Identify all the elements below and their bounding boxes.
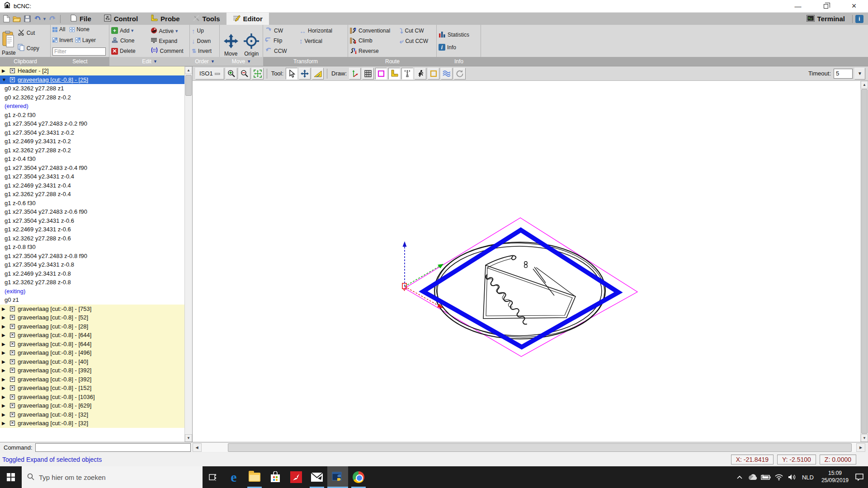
route-reverse-button[interactable]: Reverse xyxy=(350,48,398,54)
tree-row-block[interactable]: ▶ ✕ graveerlaag [cut:-0.8] - [644] xyxy=(0,331,184,340)
comment-button[interactable]: Comment xyxy=(151,47,188,55)
select-all-button[interactable]: All xyxy=(52,26,65,33)
rapid-moves-toggle-button[interactable] xyxy=(415,68,426,80)
expander-collapsed-icon[interactable]: ▶ xyxy=(2,403,9,408)
route-conventional-button[interactable]: Conventional xyxy=(350,28,398,34)
expander-collapsed-icon[interactable]: ▶ xyxy=(2,324,9,329)
restore-button[interactable] xyxy=(812,0,840,12)
enable-checkbox[interactable]: ✕ xyxy=(10,306,15,311)
select-none-button[interactable]: None xyxy=(70,26,90,33)
mirror-horizontal-button[interactable]: ↔Horizontal xyxy=(299,28,332,34)
start-button[interactable] xyxy=(0,466,22,488)
enable-checkbox[interactable]: ✕ xyxy=(10,77,15,82)
enable-checkbox[interactable]: ✕ xyxy=(10,377,15,382)
taskbar-explorer-button[interactable] xyxy=(244,466,265,488)
taskbar-edge-button[interactable]: e xyxy=(223,466,244,488)
enable-checkbox[interactable]: ✕ xyxy=(10,403,15,408)
expander-collapsed-icon[interactable]: ▶ xyxy=(2,315,9,320)
scrollbar-thumb[interactable] xyxy=(185,75,192,96)
paths-toggle-button[interactable] xyxy=(441,68,453,80)
gcode-line[interactable]: g1 x27.3504 y2.3431 z-0.6 xyxy=(0,216,184,225)
enable-checkbox[interactable]: ✕ xyxy=(10,412,15,417)
order-invert-button[interactable]: ⇅Invert xyxy=(192,48,217,54)
scroll-down-icon[interactable]: ▼ xyxy=(185,434,192,442)
scrollbar-thumb[interactable] xyxy=(861,89,868,434)
scroll-left-icon[interactable]: ◀ xyxy=(193,443,202,452)
tree-row-header[interactable]: ▶ ✕ Header - [2] xyxy=(0,66,184,75)
enable-checkbox[interactable]: ✕ xyxy=(10,421,15,426)
gcode-line[interactable]: g1 z-0.8 f30 xyxy=(0,243,184,252)
gcode-line[interactable]: g1 x2.2469 y2.3431 z-0.2 xyxy=(0,137,184,146)
enable-checkbox[interactable]: ✕ xyxy=(10,342,15,347)
open-file-button[interactable] xyxy=(12,14,21,23)
group-label-order[interactable]: Order▼ xyxy=(190,57,220,66)
tree-row-block[interactable]: ▶ ✕ graveerlaag [cut:-0.8] - [40] xyxy=(0,357,184,366)
gcode-line[interactable]: g1 x2.3262 y27.288 z-0.2 xyxy=(0,146,184,155)
gcode-line[interactable]: g0 x2.3262 y27.288 z1 xyxy=(0,84,184,93)
tree-row-block[interactable]: ▶ ✕ graveerlaag [cut:-0.8] - [32] xyxy=(0,410,184,419)
workarea-toggle-button[interactable] xyxy=(428,68,439,80)
expander-collapsed-icon[interactable]: ▶ xyxy=(2,421,9,426)
action-center-icon[interactable] xyxy=(854,474,864,481)
rotate-ccw-button[interactable]: CCW xyxy=(265,47,297,55)
expander-collapsed-icon[interactable]: ▶ xyxy=(2,412,9,417)
gcode-line[interactable]: g1 x2.3262 y27.288 z-0.6 xyxy=(0,234,184,243)
gcode-line[interactable]: (exiting) xyxy=(0,287,184,296)
redraw-button[interactable] xyxy=(454,68,466,80)
grid-toggle-button[interactable] xyxy=(362,68,374,80)
about-info-button[interactable]: i xyxy=(855,15,863,23)
expander-collapsed-icon[interactable]: ▶ xyxy=(2,342,9,347)
tree-row-block[interactable]: ▶ ✕ graveerlaag [cut:-0.8] - [28] xyxy=(0,322,184,331)
tab-editor[interactable]: Editor xyxy=(226,13,269,25)
taskbar-chrome-button[interactable] xyxy=(348,466,369,488)
scroll-down-icon[interactable]: ▼ xyxy=(861,434,868,442)
canvas-vscrollbar[interactable]: ▲ ▼ xyxy=(860,81,868,442)
zoom-fit-button[interactable] xyxy=(252,68,264,80)
battery-icon[interactable] xyxy=(761,474,771,480)
tree-row-block[interactable]: ▶ ✕ graveerlaag [cut:-0.8] - [1036] xyxy=(0,393,184,402)
expander-collapsed-icon[interactable]: ▶ xyxy=(2,377,9,382)
gcode-line[interactable]: g1 x27.3504 y27.2483 z-0.8 f90 xyxy=(0,252,184,261)
axes-toggle-button[interactable] xyxy=(349,68,361,80)
taskbar-redapp-button[interactable] xyxy=(286,466,307,488)
close-button[interactable]: × xyxy=(840,0,868,12)
gcode-line[interactable]: g1 x27.3504 y27.2483 z-0.4 f90 xyxy=(0,164,184,173)
enable-checkbox[interactable]: ✕ xyxy=(10,68,15,73)
undo-button[interactable] xyxy=(33,14,42,23)
ruler-toggle-button[interactable] xyxy=(388,68,400,80)
enable-checkbox[interactable]: ✕ xyxy=(10,359,15,364)
expander-collapsed-icon[interactable]: ▶ xyxy=(2,368,9,373)
order-down-button[interactable]: ↓Down xyxy=(192,38,217,44)
select-layer-button[interactable]: Layer xyxy=(75,37,96,43)
gcode-line[interactable]: g1 x2.2469 y2.3431 z-0.8 xyxy=(0,269,184,278)
enable-checkbox[interactable]: ✕ xyxy=(10,315,15,320)
cut-cw-button[interactable]: ⤵Cut CW xyxy=(400,28,428,34)
gcode-line[interactable]: g1 x27.3504 y2.3431 z-0.8 xyxy=(0,260,184,269)
clone-button[interactable]: Clone xyxy=(111,37,149,45)
tree-row-block[interactable]: ▶ ✕ graveerlaag [cut:-0.8] - [753] xyxy=(0,305,184,314)
group-label-move[interactable]: Move▼ xyxy=(220,57,263,66)
active-button[interactable]: Active▼ xyxy=(151,27,188,35)
gcode-line[interactable]: g1 x2.2469 y2.3431 z-0.6 xyxy=(0,225,184,234)
taskbar-mail-button[interactable] xyxy=(307,466,327,488)
enable-checkbox[interactable]: ✕ xyxy=(10,368,15,373)
probe-toggle-button[interactable] xyxy=(401,68,413,80)
statistics-button[interactable]: Statistics xyxy=(439,31,479,39)
clock[interactable]: 15:09 25/09/2019 xyxy=(819,470,851,484)
expander-collapsed-icon[interactable]: ▶ xyxy=(2,350,9,355)
tree-row-block[interactable]: ▶ ✕ graveerlaag [cut:-0.8] - [392] xyxy=(0,375,184,384)
group-label-edit[interactable]: Edit▼ xyxy=(109,57,190,66)
taskbar-bcnc-button[interactable] xyxy=(327,466,348,488)
scrollbar-thumb[interactable] xyxy=(228,443,852,452)
expander-collapsed-icon[interactable]: ▶ xyxy=(2,333,9,338)
margins-toggle-button[interactable] xyxy=(375,68,387,80)
pan-tool-button[interactable] xyxy=(299,68,311,80)
enable-checkbox[interactable]: ✕ xyxy=(10,394,15,399)
scroll-right-icon[interactable]: ▶ xyxy=(856,443,865,452)
tab-control[interactable]: Control xyxy=(98,13,144,25)
undo-dropdown-arrow-icon[interactable]: ▼ xyxy=(42,17,47,21)
copy-button[interactable]: Copy xyxy=(18,44,39,52)
gcode-line[interactable]: g0 x2.3262 y27.288 z-0.2 xyxy=(0,93,184,102)
gcode-line[interactable]: g1 z-0.2 f30 xyxy=(0,111,184,120)
move-button[interactable]: Move xyxy=(223,33,239,57)
